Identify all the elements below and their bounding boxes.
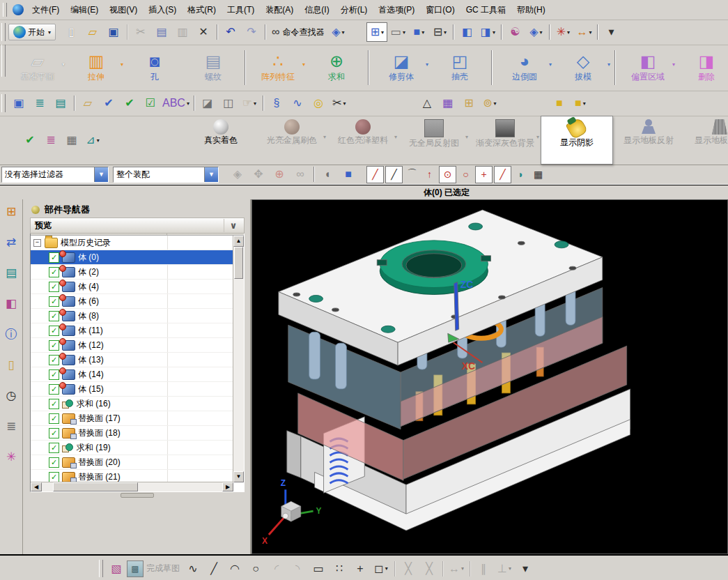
visibility-checkbox[interactable] [49,457,59,468]
red-glossy-plastic-button[interactable]: 红色亮泽塑料 ▾ [327,116,398,165]
no-global-reflection-button[interactable]: 无全局反射图 ▾ [398,116,470,165]
dropdown-arrow-icon[interactable]: ▾ [403,29,405,36]
edge-blend-button[interactable]: ◕ 边倒圆 ▾ [495,45,554,91]
window-right-button[interactable]: ◨ ▾ [477,22,498,42]
background-button[interactable]: ⊟ ▾ [429,22,450,42]
circle-button[interactable]: ○ [245,559,266,579]
thread-button[interactable]: ▤ 螺纹 [184,45,242,91]
csys-display-icon[interactable]: ⊿ ▾ [82,130,103,150]
scroll-down-icon[interactable]: ▼ [233,471,244,482]
folder-parts-button[interactable]: ⊚ ▾ [479,93,500,113]
history-icon[interactable]: ◷ [6,389,17,403]
tree-item-replace-face-18[interactable]: 替换面 (18) [31,426,233,441]
face-draft-button[interactable]: ◫ [218,93,239,113]
dropdown-arrow-icon[interactable]: ▾ [62,61,65,68]
toolbar-grip[interactable] [1,45,6,77]
dropdown-arrow-icon[interactable]: ▾ [444,29,447,36]
graphics-viewport[interactable]: ZC XC Z Y X [251,199,728,554]
snap-endpoint-button[interactable]: ╱ [366,166,384,183]
scroll-right-icon[interactable]: ▶ [222,482,233,491]
dropdown-arrow-icon[interactable]: ▾ [549,61,552,68]
menu-item[interactable]: 格式(R) [182,2,222,18]
snap-center-button[interactable]: ⊙ [439,166,456,183]
menu-item[interactable]: 窗口(O) [420,2,460,18]
dropdown-arrow-icon[interactable]: ▾ [567,29,570,36]
select-handles-icon[interactable]: ◈ [227,165,248,184]
tree-item-body-13[interactable]: 体 (13) [31,353,233,367]
triangle-mesh-button[interactable]: △ [417,93,437,113]
layers-button[interactable]: ≣ [29,93,50,113]
visibility-checkbox[interactable] [49,413,59,424]
visibility-checkbox[interactable] [49,282,59,292]
display-mode-button[interactable]: ▭ ▾ [387,22,408,42]
process-list-icon[interactable]: ≣ [6,420,16,434]
menu-item[interactable]: 文件(F) [26,2,65,18]
studio-spline-button[interactable]: ∷ [329,559,350,579]
measure-button[interactable]: ↔ ▾ [573,22,594,42]
tree-item-body-4[interactable]: 体 (4) [31,280,233,294]
dropdown-arrow-icon[interactable]: ▾ [394,134,397,140]
datum-plane-button[interactable]: ▱ 基准平面 ▾ [8,45,67,91]
save-button[interactable]: ▣ [103,22,124,42]
touch-mode-button[interactable]: ◈ ▾ [327,22,348,42]
snap-face-button[interactable]: ◗ [513,167,529,183]
dropdown-arrow-icon[interactable]: ▾ [493,29,495,36]
dropdown-arrow-icon[interactable]: ▾ [381,29,384,36]
point-button[interactable]: + [350,559,371,579]
visibility-checkbox[interactable] [49,472,59,482]
validate-check-icon[interactable]: ✔ [20,130,40,150]
auto-constraint-button[interactable]: ⊥ ▾ [494,559,515,579]
check-flag-button[interactable]: ✔ [119,93,140,113]
list-pick-button[interactable]: ☞ ▾ [239,93,260,113]
selection-filter-combo[interactable]: 没有选择过滤器 ▼ [1,167,109,183]
dropdown-arrow-icon[interactable]: ▾ [343,100,346,107]
gradient-dark-gray-bg-button[interactable]: 渐变深灰色背景 ▾ [470,116,541,165]
visual-effects-button[interactable]: ☯ [504,22,525,42]
tree-item-body-14[interactable]: 体 (14) [31,367,233,382]
menu-item[interactable]: 帮助(H) [511,2,551,18]
select-rect-button[interactable]: ▣ [8,93,29,113]
shaded-view-button[interactable]: ■ ▾ [408,22,429,42]
panel-preview[interactable]: 预览 ∨ [30,218,245,234]
tree-item-body-2[interactable]: 体 (2) [31,265,233,280]
hierarchy-icon[interactable]: ≣ [40,130,61,150]
profile-button[interactable]: ∿ [183,559,203,579]
trim-body-button[interactable]: ◪ 修剪体 ▾ [372,45,431,91]
menu-item[interactable]: GC 工具箱 [460,2,511,18]
tree-item-unite-19[interactable]: 求和 (19) [31,441,233,455]
dropdown-arrow-icon[interactable]: ▾ [509,565,511,572]
window-left-button[interactable]: ◧ [456,22,477,42]
reuse-library-icon[interactable]: ◧ [6,297,17,311]
pattern-feature-button[interactable]: ∴ 阵列特征 ▾ [249,45,307,91]
panel-splitter[interactable] [30,493,245,498]
dropdown-arrow-icon[interactable]: ▾ [465,134,468,140]
dropdown-arrow-icon[interactable]: ▾ [607,61,610,68]
draft-button[interactable]: ◇ 拔模 ▾ [554,45,612,91]
shell-button[interactable]: ◰ 抽壳 [431,45,489,91]
line-button[interactable]: ╱ [203,559,224,579]
toolbar-grip[interactable] [1,23,6,40]
sheet-table-icon[interactable]: ▦ [61,130,82,150]
quick-trim-button[interactable]: ╳ [398,559,419,579]
dropdown-arrow-icon[interactable]: ▾ [302,61,305,68]
sketch-task-button[interactable]: ▧ [106,559,127,579]
geometric-constraint-button[interactable]: ∥ [473,559,494,579]
visibility-checkbox[interactable] [49,252,59,263]
tree-item-body-8[interactable]: 体 (8) [31,309,233,323]
scrollbar-thumb[interactable] [53,482,138,491]
dropdown-arrow-icon[interactable]: ▾ [342,29,345,36]
grid-table-button[interactable]: ▦ [437,93,458,113]
visibility-checkbox[interactable] [49,443,59,453]
paste-button[interactable]: ▥ [172,22,193,42]
open-button[interactable]: ▱ [82,22,103,42]
chamfer-button[interactable]: ◝ [287,559,308,579]
scroll-left-icon[interactable]: ◀ [31,482,42,491]
dropdown-arrow-icon[interactable]: ▾ [385,565,388,572]
horizontal-scrollbar[interactable]: ◀ ▶ [31,482,233,491]
tree-item-body-12[interactable]: 体 (12) [31,338,233,353]
select-tool-icon[interactable]: ✥ [248,165,269,184]
dropdown-arrow-icon[interactable]: ▾ [97,137,100,144]
mold-cube-a-button[interactable]: ■ [549,93,570,113]
tag-note-button[interactable]: ▱ [77,93,98,113]
spring-button[interactable]: ∿ [287,93,308,113]
